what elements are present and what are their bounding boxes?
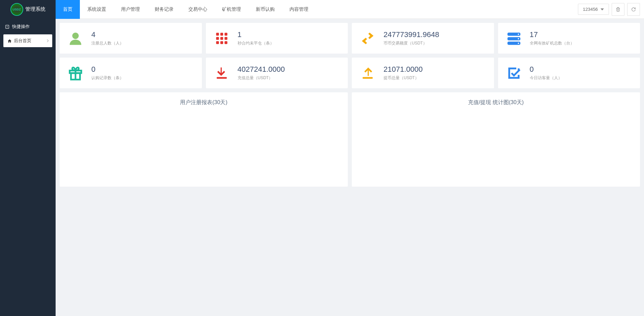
nav-item-6[interactable]: 新币认购 <box>248 0 282 19</box>
svg-rect-8 <box>224 37 227 39</box>
chart-title-left: 用户注册报表(30天) <box>66 99 341 106</box>
server-icon <box>506 31 522 46</box>
card-label: 今日访客量（人） <box>530 75 562 81</box>
svg-rect-22 <box>363 77 373 78</box>
brand-text: 管理系统 <box>25 6 45 12</box>
card-value: 0 <box>91 65 124 74</box>
card-label: 币币交易额度（USDT） <box>384 40 439 46</box>
card-label: 提币总量（USDT） <box>384 75 423 81</box>
check-icon <box>506 65 522 81</box>
nav-item-7[interactable]: 内容管理 <box>282 0 316 19</box>
card-info: 0认购记录数（条） <box>91 65 124 81</box>
top-nav: 首页系统设置用户管理财务记录交易中心矿机管理新币认购内容管理 <box>56 0 316 19</box>
chart-title-right: 充值/提现 统计图(30天) <box>359 99 633 106</box>
gift-icon <box>68 65 83 81</box>
sidebar-group-header[interactable]: 快捷操作 <box>0 19 56 34</box>
card-info: 4注册总人数（人） <box>91 30 124 46</box>
card-label: 全网有效矿机总数（台） <box>530 40 574 46</box>
stat-card-4: 0认购记录数（条） <box>60 58 202 88</box>
svg-rect-3 <box>216 33 219 35</box>
svg-rect-4 <box>220 33 223 35</box>
user-icon <box>68 31 83 46</box>
card-value: 1 <box>238 30 274 39</box>
refresh-button[interactable] <box>627 3 640 16</box>
card-info: 17全网有效矿机总数（台） <box>530 30 574 46</box>
svg-point-15 <box>518 33 519 35</box>
card-info: 247773991.9648币币交易额度（USDT） <box>384 30 439 46</box>
chevron-right-icon <box>46 39 49 42</box>
exchange-icon <box>360 31 375 46</box>
stat-card-2: 247773991.9648币币交易额度（USDT） <box>352 23 494 54</box>
logo: 管理系统 <box>0 0 56 19</box>
home-icon <box>7 39 12 43</box>
chart-user-registration: 用户注册报表(30天) <box>60 92 348 187</box>
chart-row: 用户注册报表(30天) 充值/提现 统计图(30天) <box>60 92 640 187</box>
card-info: 4027241.0000充值总量（USDT） <box>238 65 285 81</box>
upload-icon <box>360 65 375 81</box>
svg-rect-10 <box>220 41 223 44</box>
nav-item-0[interactable]: 首页 <box>56 0 80 19</box>
svg-point-16 <box>518 38 519 39</box>
trash-icon <box>616 7 620 12</box>
svg-rect-11 <box>224 41 227 44</box>
logo-icon <box>10 3 23 16</box>
download-icon <box>214 65 229 81</box>
stat-card-7: 0今日访客量（人） <box>498 58 640 88</box>
card-label: 充值总量（USDT） <box>238 75 285 81</box>
sidebar-group-label: 快捷操作 <box>12 24 30 30</box>
grid-icon <box>214 31 229 46</box>
svg-point-17 <box>518 42 519 44</box>
user-dropdown[interactable]: 123456 <box>578 4 609 15</box>
stat-card-5: 4027241.0000充值总量（USDT） <box>206 58 348 88</box>
nav-item-5[interactable]: 矿机管理 <box>215 0 248 19</box>
card-label: 注册总人数（人） <box>91 40 124 46</box>
sidebar-item-home[interactable]: 后台首页 <box>3 34 52 47</box>
card-label: 认购记录数（条） <box>91 75 124 81</box>
main-content: 4注册总人数（人）1秒合约未平仓（条）247773991.9648币币交易额度（… <box>56 19 644 191</box>
card-info: 1秒合约未平仓（条） <box>238 30 274 46</box>
card-value: 21071.0000 <box>384 65 423 74</box>
nav-item-4[interactable]: 交易中心 <box>181 0 215 19</box>
card-value: 0 <box>530 65 562 74</box>
sidebar: 快捷操作 后台首页 <box>0 19 56 191</box>
svg-rect-7 <box>220 37 223 39</box>
stat-card-3: 17全网有效矿机总数（台） <box>498 23 640 54</box>
svg-rect-9 <box>216 41 219 44</box>
stat-card-6: 21071.0000提币总量（USDT） <box>352 58 494 88</box>
nav-item-1[interactable]: 系统设置 <box>80 0 114 19</box>
card-label: 秒合约未平仓（条） <box>238 40 274 46</box>
card-value: 4 <box>91 30 124 39</box>
card-value: 17 <box>530 30 574 39</box>
stat-card-0: 4注册总人数（人） <box>60 23 202 54</box>
nav-item-2[interactable]: 用户管理 <box>114 0 147 19</box>
card-info: 21071.0000提币总量（USDT） <box>384 65 423 81</box>
card-value: 247773991.9648 <box>384 30 439 39</box>
stat-cards: 4注册总人数（人）1秒合约未平仓（条）247773991.9648币币交易额度（… <box>60 23 640 88</box>
chart-deposit-withdraw: 充值/提现 统计图(30天) <box>352 92 640 187</box>
refresh-icon <box>631 7 636 12</box>
trash-button[interactable] <box>612 3 624 16</box>
svg-rect-21 <box>217 77 227 78</box>
sidebar-item-left: 后台首页 <box>7 38 31 44</box>
card-info: 0今日访客量（人） <box>530 65 562 81</box>
card-value: 4027241.0000 <box>238 65 285 74</box>
stat-card-1: 1秒合约未平仓（条） <box>206 23 348 54</box>
nav-item-3[interactable]: 财务记录 <box>147 0 181 19</box>
caret-down-icon <box>601 8 604 10</box>
svg-rect-5 <box>224 33 227 35</box>
user-name: 123456 <box>583 7 598 12</box>
sidebar-item-label: 后台首页 <box>14 38 31 44</box>
svg-rect-6 <box>216 37 219 39</box>
svg-point-2 <box>72 32 79 39</box>
header-right: 123456 <box>578 3 644 16</box>
header: 管理系统 首页系统设置用户管理财务记录交易中心矿机管理新币认购内容管理 1234… <box>0 0 644 19</box>
minus-square-icon <box>5 25 9 29</box>
